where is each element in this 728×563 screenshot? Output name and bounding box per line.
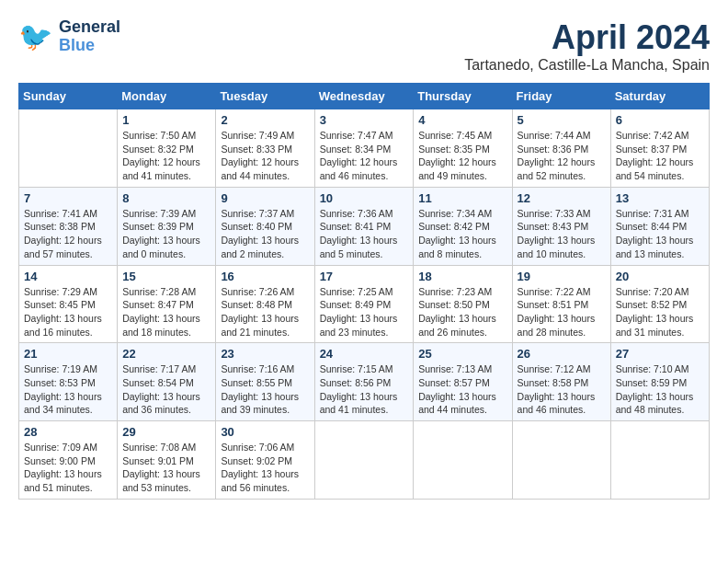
day-info: Sunrise: 7:26 AMSunset: 8:48 PMDaylight:… (221, 285, 309, 339)
day-cell (19, 109, 118, 188)
day-number: 10 (320, 191, 409, 205)
day-cell: 19Sunrise: 7:22 AMSunset: 8:51 PMDayligh… (512, 265, 610, 343)
day-number: 19 (518, 270, 606, 283)
day-info: Sunrise: 7:28 AMSunset: 8:47 PMDaylight:… (122, 285, 210, 339)
day-number: 4 (418, 113, 506, 127)
title-area: April 2024 Tartanedo, Castille-La Mancha… (464, 18, 710, 74)
day-number: 17 (320, 270, 409, 283)
header-monday: Monday (118, 84, 216, 109)
day-info: Sunrise: 7:23 AMSunset: 8:50 PMDaylight:… (418, 285, 506, 339)
day-number: 15 (122, 270, 210, 283)
header-friday: Friday (512, 84, 610, 109)
day-cell: 7Sunrise: 7:41 AMSunset: 8:38 PMDaylight… (19, 187, 118, 265)
day-number: 18 (418, 270, 506, 283)
day-info: Sunrise: 7:47 AMSunset: 8:34 PMDaylight:… (320, 129, 409, 183)
header-saturday: Saturday (610, 84, 709, 109)
day-info: Sunrise: 7:31 AMSunset: 8:44 PMDaylight:… (616, 207, 704, 261)
day-cell: 21Sunrise: 7:19 AMSunset: 8:53 PMDayligh… (19, 343, 118, 421)
day-info: Sunrise: 7:06 AMSunset: 9:02 PMDaylight:… (221, 441, 309, 495)
header: 🐦 General Blue April 2024 Tartanedo, Cas… (18, 18, 710, 74)
day-number: 20 (616, 270, 704, 283)
day-info: Sunrise: 7:29 AMSunset: 8:45 PMDaylight:… (24, 285, 112, 339)
day-cell: 25Sunrise: 7:13 AMSunset: 8:57 PMDayligh… (414, 343, 512, 421)
day-cell: 24Sunrise: 7:15 AMSunset: 8:56 PMDayligh… (314, 343, 414, 421)
day-number: 26 (518, 347, 606, 361)
day-cell: 8Sunrise: 7:39 AMSunset: 8:39 PMDaylight… (118, 187, 216, 265)
calendar-header-row: SundayMondayTuesdayWednesdayThursdayFrid… (19, 84, 710, 109)
day-info: Sunrise: 7:34 AMSunset: 8:42 PMDaylight:… (418, 207, 506, 261)
day-info: Sunrise: 7:15 AMSunset: 8:56 PMDaylight:… (320, 362, 409, 417)
day-info: Sunrise: 7:20 AMSunset: 8:52 PMDaylight:… (616, 285, 704, 339)
day-info: Sunrise: 7:39 AMSunset: 8:39 PMDaylight:… (122, 207, 210, 261)
logo-blue: Blue (59, 37, 120, 55)
header-sunday: Sunday (19, 84, 118, 109)
day-cell: 17Sunrise: 7:25 AMSunset: 8:49 PMDayligh… (314, 265, 414, 343)
day-info: Sunrise: 7:13 AMSunset: 8:57 PMDaylight:… (418, 362, 506, 417)
day-cell: 5Sunrise: 7:44 AMSunset: 8:36 PMDaylight… (512, 109, 610, 188)
day-cell: 10Sunrise: 7:36 AMSunset: 8:41 PMDayligh… (314, 187, 414, 265)
day-cell: 16Sunrise: 7:26 AMSunset: 8:48 PMDayligh… (216, 265, 314, 343)
day-number: 23 (221, 347, 309, 361)
week-row-4: 28Sunrise: 7:09 AMSunset: 9:00 PMDayligh… (19, 421, 710, 500)
logo-bird-icon: 🐦 (18, 18, 55, 55)
day-info: Sunrise: 7:33 AMSunset: 8:43 PMDaylight:… (518, 207, 606, 261)
month-year-title: April 2024 (464, 18, 710, 57)
day-cell: 3Sunrise: 7:47 AMSunset: 8:34 PMDaylight… (314, 109, 414, 188)
day-info: Sunrise: 7:16 AMSunset: 8:55 PMDaylight:… (221, 362, 309, 417)
day-info: Sunrise: 7:42 AMSunset: 8:37 PMDaylight:… (616, 129, 704, 183)
day-cell: 30Sunrise: 7:06 AMSunset: 9:02 PMDayligh… (216, 421, 314, 500)
day-number: 3 (320, 113, 409, 127)
logo-text: General Blue (59, 18, 120, 55)
day-number: 12 (518, 191, 606, 205)
header-thursday: Thursday (414, 84, 512, 109)
day-number: 21 (24, 347, 112, 361)
day-info: Sunrise: 7:41 AMSunset: 8:38 PMDaylight:… (24, 207, 112, 261)
day-cell: 2Sunrise: 7:49 AMSunset: 8:33 PMDaylight… (216, 109, 314, 188)
day-cell: 1Sunrise: 7:50 AMSunset: 8:32 PMDaylight… (118, 109, 216, 188)
day-info: Sunrise: 7:10 AMSunset: 8:59 PMDaylight:… (616, 362, 704, 417)
day-number: 14 (24, 270, 112, 283)
day-number: 25 (418, 347, 506, 361)
day-cell: 12Sunrise: 7:33 AMSunset: 8:43 PMDayligh… (512, 187, 610, 265)
day-number: 6 (616, 113, 704, 127)
day-cell: 6Sunrise: 7:42 AMSunset: 8:37 PMDaylight… (610, 109, 709, 188)
logo: 🐦 General Blue (18, 18, 120, 55)
day-number: 24 (320, 347, 409, 361)
header-wednesday: Wednesday (314, 84, 414, 109)
day-cell: 18Sunrise: 7:23 AMSunset: 8:50 PMDayligh… (414, 265, 512, 343)
day-info: Sunrise: 7:19 AMSunset: 8:53 PMDaylight:… (24, 362, 112, 417)
day-number: 22 (122, 347, 210, 361)
calendar-table: SundayMondayTuesdayWednesdayThursdayFrid… (18, 83, 710, 500)
day-info: Sunrise: 7:25 AMSunset: 8:49 PMDaylight:… (320, 285, 409, 339)
day-cell: 26Sunrise: 7:12 AMSunset: 8:58 PMDayligh… (512, 343, 610, 421)
day-number: 2 (221, 113, 309, 127)
day-number: 8 (122, 191, 210, 205)
day-cell: 23Sunrise: 7:16 AMSunset: 8:55 PMDayligh… (216, 343, 314, 421)
day-cell: 15Sunrise: 7:28 AMSunset: 8:47 PMDayligh… (118, 265, 216, 343)
day-info: Sunrise: 7:49 AMSunset: 8:33 PMDaylight:… (221, 129, 309, 183)
day-cell: 11Sunrise: 7:34 AMSunset: 8:42 PMDayligh… (414, 187, 512, 265)
day-number: 28 (24, 425, 112, 439)
location-subtitle: Tartanedo, Castille-La Mancha, Spain (464, 57, 710, 74)
day-cell (314, 421, 414, 500)
week-row-1: 7Sunrise: 7:41 AMSunset: 8:38 PMDaylight… (19, 187, 710, 265)
day-info: Sunrise: 7:50 AMSunset: 8:32 PMDaylight:… (122, 129, 210, 183)
svg-text:🐦: 🐦 (18, 20, 53, 53)
day-cell: 27Sunrise: 7:10 AMSunset: 8:59 PMDayligh… (610, 343, 709, 421)
day-info: Sunrise: 7:09 AMSunset: 9:00 PMDaylight:… (24, 441, 112, 495)
day-info: Sunrise: 7:08 AMSunset: 9:01 PMDaylight:… (122, 441, 210, 495)
week-row-2: 14Sunrise: 7:29 AMSunset: 8:45 PMDayligh… (19, 265, 710, 343)
day-cell: 28Sunrise: 7:09 AMSunset: 9:00 PMDayligh… (19, 421, 118, 500)
day-cell: 22Sunrise: 7:17 AMSunset: 8:54 PMDayligh… (118, 343, 216, 421)
day-number: 5 (518, 113, 606, 127)
day-number: 9 (221, 191, 309, 205)
day-number: 1 (122, 113, 210, 127)
day-info: Sunrise: 7:37 AMSunset: 8:40 PMDaylight:… (221, 207, 309, 261)
day-cell (610, 421, 709, 500)
week-row-0: 1Sunrise: 7:50 AMSunset: 8:32 PMDaylight… (19, 109, 710, 188)
day-cell: 20Sunrise: 7:20 AMSunset: 8:52 PMDayligh… (610, 265, 709, 343)
day-cell: 14Sunrise: 7:29 AMSunset: 8:45 PMDayligh… (19, 265, 118, 343)
day-info: Sunrise: 7:22 AMSunset: 8:51 PMDaylight:… (518, 285, 606, 339)
logo-general: General (59, 18, 120, 37)
header-tuesday: Tuesday (216, 84, 314, 109)
